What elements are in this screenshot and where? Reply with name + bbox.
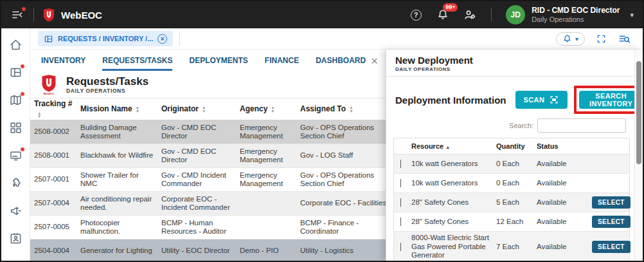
col-header-mission[interactable]: Mission Name <box>80 98 161 120</box>
select-button[interactable]: SELECT <box>592 216 631 228</box>
cell-tracking: 2507-0001 <box>34 168 80 191</box>
chevron-down-icon[interactable] <box>400 243 401 251</box>
new-deployment-panel: New Deployment DAILY OPERATIONS Deployme… <box>386 50 643 261</box>
help-icon[interactable] <box>409 8 423 22</box>
expand-cell <box>394 218 411 227</box>
inventory-row: 28" Safety Cones12 EachAvailableSELECT <box>394 212 629 232</box>
cell-resource: 28" Safety Cones <box>411 218 496 227</box>
cell-quantity: 7 Each <box>496 243 537 252</box>
cell-resource: 10k watt Generators <box>411 160 496 169</box>
scan-icon <box>549 95 559 105</box>
table-row[interactable]: 2508-0001Blackhawk for WildfireGov - CMD… <box>30 144 386 168</box>
requests-tasks-board: INVENTORYREQUESTS/TASKSDEPLOYMENTSFINANC… <box>30 50 386 261</box>
chevron-down-icon[interactable] <box>400 179 401 187</box>
notification-count-badge: 99+ <box>443 3 458 12</box>
col-header-quantity[interactable]: Quantity <box>496 142 537 150</box>
search-list-icon[interactable] <box>617 32 631 46</box>
boards-icon[interactable] <box>9 66 22 79</box>
table-row[interactable]: 2507-0004Air conditioning repair needed.… <box>30 192 386 216</box>
cell-status: Available <box>537 179 592 188</box>
cell-originator: Utility - EOC Director <box>161 239 240 261</box>
cell-mission: Generator for Lighting <box>80 239 161 261</box>
sort-icon[interactable] <box>37 111 41 118</box>
cell-agency: Emergency Management <box>240 144 300 167</box>
user-menu[interactable]: JD RID - CMD EOC Director Daily Operatio… <box>506 5 634 24</box>
close-view-icon[interactable] <box>157 34 167 44</box>
expand-cell <box>394 160 411 169</box>
col-header-originator[interactable]: Originator <box>161 98 240 120</box>
col-header-agency[interactable]: Agency <box>240 98 300 120</box>
contact-card-icon[interactable] <box>9 232 22 245</box>
monitor-icon[interactable] <box>9 149 22 162</box>
cell-agency <box>240 216 300 239</box>
table-row[interactable]: 2504-0004Generator for LightingUtility -… <box>30 239 386 261</box>
sort-icon[interactable] <box>136 106 139 113</box>
cell-originator: Gov - CMD EOC Director <box>161 144 240 167</box>
webeoc-window: WebEOC 99+ JD RID - CMD EOC Director Dai… <box>0 0 644 262</box>
cell-status: Available <box>537 243 592 252</box>
panel-scrollbar[interactable] <box>634 50 643 261</box>
select-button[interactable]: SELECT <box>592 196 631 209</box>
home-icon[interactable] <box>9 38 22 51</box>
chevron-down-icon[interactable] <box>400 160 401 168</box>
tab-finance[interactable]: FINANCE <box>265 56 299 71</box>
boards-alert-dot <box>20 64 25 69</box>
divider <box>179 32 180 46</box>
search-inventory-label: SEARCH INVENTORY <box>587 92 634 108</box>
cell-status: Available <box>537 198 592 207</box>
chevron-down-icon[interactable] <box>400 198 401 207</box>
inventory-search-input[interactable] <box>537 118 626 133</box>
inventory-search-row: Search: <box>386 114 643 133</box>
sort-icon[interactable] <box>271 106 274 113</box>
notifications-bell-icon[interactable]: 99+ <box>436 8 450 22</box>
panel-header: New Deployment DAILY OPERATIONS <box>386 50 643 77</box>
col-header-tracking[interactable]: Tracking # <box>34 98 80 120</box>
close-board-icon[interactable] <box>371 54 378 68</box>
cell-originator: Gov - CMD EOC Director <box>161 120 240 144</box>
tab-inventory[interactable]: INVENTORY <box>41 56 85 71</box>
col-header-resource[interactable]: Resource <box>411 142 496 150</box>
table-row[interactable]: 2507-0005Photocopier malfunction.BCMP - … <box>30 216 386 239</box>
tab-deployments[interactable]: DEPLOYMENTS <box>189 56 247 71</box>
cell-originator: Gov - CMD Incident Commander <box>161 168 240 191</box>
cell-mission: Building Damage Assessment <box>80 120 161 144</box>
cell-assigned: BCMP - Finance - Coordinator <box>300 216 386 239</box>
inventory-table-body: 10k watt Generators0 EachAvailable10k wa… <box>394 154 629 262</box>
divider <box>491 8 492 22</box>
cell-status: Available <box>537 160 592 169</box>
cell-tracking: 2508-0001 <box>34 144 80 167</box>
col-header-status[interactable]: Status <box>537 142 592 150</box>
notifications-dropdown[interactable] <box>556 32 585 46</box>
user-admin-gear-icon[interactable] <box>463 8 477 22</box>
scrollbar-thumb[interactable] <box>636 61 641 164</box>
select-cell: SELECT <box>592 241 629 253</box>
board-subtitle: DAILY OPERATIONS <box>66 88 148 94</box>
divider <box>33 8 34 22</box>
col-header-assigned[interactable]: Assigned To <box>300 98 386 120</box>
sort-icon[interactable] <box>349 106 353 113</box>
scan-button[interactable]: SCAN <box>515 91 568 109</box>
cell-tracking: 2507-0004 <box>34 192 80 215</box>
table-row[interactable]: 2507-0001Shower Trailer for NMCGov - CMD… <box>30 168 386 192</box>
tab-requests-tasks[interactable]: REQUESTS/TASKS <box>102 56 172 71</box>
cell-quantity: 5 Each <box>496 198 537 207</box>
cell-mission: Air conditioning repair needed. <box>80 192 161 215</box>
expand-cell <box>394 243 411 252</box>
panel-title: New Deployment <box>395 55 634 66</box>
select-button[interactable]: SELECT <box>592 241 631 253</box>
plugins-puzzle-icon[interactable] <box>9 176 22 190</box>
maps-icon[interactable] <box>9 93 22 107</box>
fullscreen-icon[interactable] <box>594 32 608 46</box>
tab-dashboard[interactable]: DASHBOARD <box>316 56 366 71</box>
apps-grid-icon[interactable] <box>9 121 22 135</box>
inventory-row: 28" Safety Cones5 EachAvailableSELECT <box>394 193 629 212</box>
table-row[interactable]: 2508-0002Building Damage AssessmentGov -… <box>30 120 386 144</box>
sort-icon[interactable] <box>202 106 206 113</box>
open-view-chip[interactable]: REQUESTS / INVENTORY /... <box>38 31 173 46</box>
collapse-menu-icon[interactable] <box>10 8 24 22</box>
megaphone-icon[interactable] <box>9 204 22 218</box>
cell-assigned: Gov - OPS Operations Section Chief <box>300 168 386 191</box>
cell-assigned: Corporate EOC - Facilities <box>300 192 386 215</box>
requests-table: Tracking # Mission Name Originator Agenc… <box>30 98 386 261</box>
chevron-down-icon[interactable] <box>400 218 401 226</box>
